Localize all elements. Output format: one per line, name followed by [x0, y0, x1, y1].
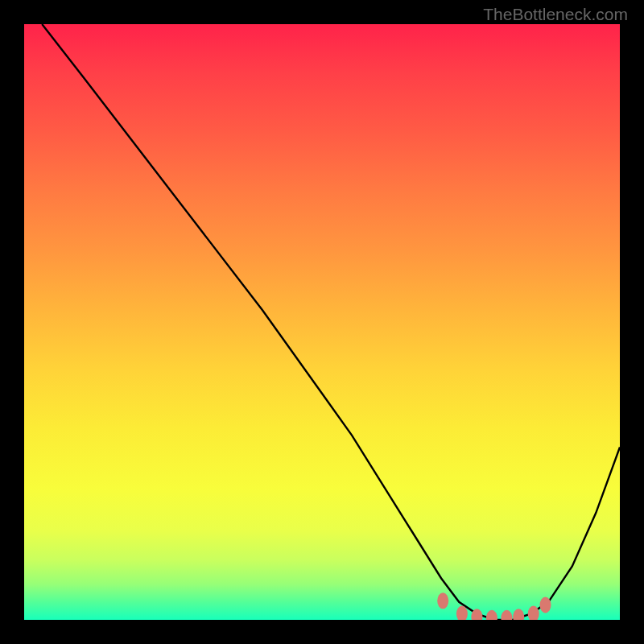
marker-dot — [513, 609, 524, 620]
bottleneck-curve — [42, 24, 620, 620]
marker-dot — [528, 606, 539, 620]
curve-svg — [24, 24, 620, 620]
marker-dot — [540, 597, 551, 613]
watermark-text: TheBottleneck.com — [483, 5, 628, 24]
marker-dot — [437, 592, 448, 609]
marker-dot — [486, 610, 497, 620]
curve-line-group — [42, 24, 620, 620]
marker-dot — [501, 610, 512, 620]
plot-area — [24, 24, 620, 620]
marker-dot — [456, 606, 468, 620]
